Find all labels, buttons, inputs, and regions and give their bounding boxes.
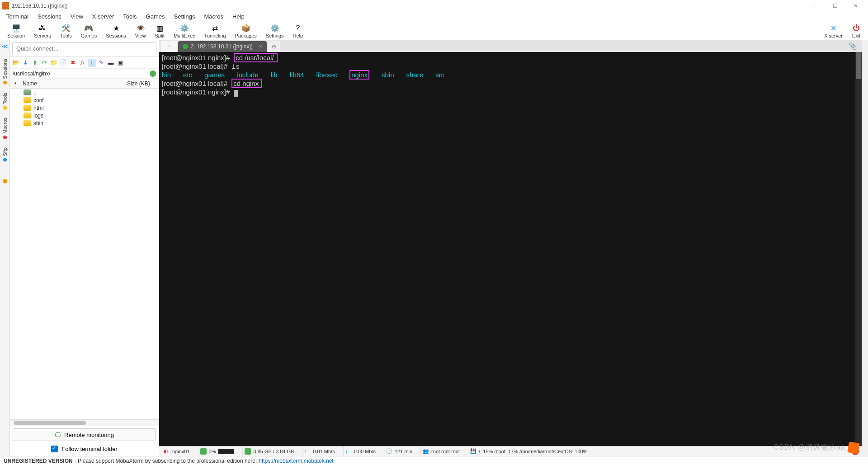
menu-terminal[interactable]: Terminal bbox=[2, 12, 33, 21]
footer-link[interactable]: https://mobaxterm.mobatek.net bbox=[259, 458, 333, 464]
newfile-icon[interactable]: 📄 bbox=[59, 59, 67, 67]
clock-icon: 🕑 bbox=[386, 448, 392, 455]
split-button[interactable]: ▥Split bbox=[151, 23, 169, 39]
home-icon: ⌂ bbox=[167, 43, 170, 50]
menu-sessions[interactable]: Sessions bbox=[33, 12, 66, 21]
new-tab-button[interactable]: ⊕ bbox=[268, 41, 280, 52]
session-tab[interactable]: 2. 192.168.10.31 ([nginx]) × bbox=[178, 41, 267, 52]
app-icon bbox=[2, 2, 9, 9]
tab-close-icon[interactable]: × bbox=[259, 43, 262, 50]
cpu-bar bbox=[218, 449, 234, 454]
remote-monitoring-button[interactable]: 🖵 Remote monitoring bbox=[13, 428, 156, 441]
menu-tools[interactable]: Tools bbox=[118, 12, 141, 21]
footer: UNREGISTERED VERSION - Please support Mo… bbox=[0, 456, 868, 465]
follow-checkbox[interactable] bbox=[51, 446, 58, 452]
newfolder-icon[interactable]: 📁 bbox=[50, 59, 58, 67]
multiexec-button[interactable]: ⚙️MultiExec bbox=[169, 23, 200, 39]
download-icon[interactable]: ⬇ bbox=[21, 59, 29, 67]
settings-icon: ⚙️ bbox=[270, 23, 279, 33]
folder-icon bbox=[24, 97, 31, 103]
name-column-header[interactable]: Name bbox=[21, 80, 127, 87]
users-icon: 👥 bbox=[423, 448, 429, 455]
settings-button[interactable]: ⚙️Settings bbox=[261, 23, 288, 39]
menu-x-server[interactable]: X server bbox=[88, 12, 118, 21]
help-button[interactable]: ?Help bbox=[288, 23, 308, 39]
quick-connect-input[interactable] bbox=[12, 42, 156, 54]
session-button-label: Session bbox=[7, 33, 25, 38]
tunneling-button[interactable]: ⇄Tunneling bbox=[200, 23, 231, 39]
size-column-header[interactable]: Size (KB) bbox=[127, 80, 159, 87]
packages-icon: 📦 bbox=[241, 23, 250, 33]
folder-icon bbox=[24, 120, 31, 126]
vtab-sftp[interactable]: Sftp bbox=[2, 147, 8, 162]
file-list-header: • Name Size (KB) bbox=[10, 79, 159, 89]
vtab-tools[interactable]: Tools bbox=[2, 93, 8, 110]
file-name: conf bbox=[33, 97, 44, 103]
home-tab[interactable]: ⌂ bbox=[161, 41, 177, 52]
path-bar: /usr/local/nginx/ bbox=[10, 69, 159, 79]
menu-macros[interactable]: Macros bbox=[199, 12, 228, 21]
sftp-panel: 📂 ⬇ ⬆ ⟳ 📁 📄 ✖ A i ✎ ▬ ▣ /usr/local/nginx… bbox=[10, 40, 159, 456]
menu-settings[interactable]: Settings bbox=[170, 12, 200, 21]
status-down: 0.00 Mb/s bbox=[354, 449, 376, 454]
rename-icon[interactable]: A bbox=[78, 59, 86, 67]
vtab-macros[interactable]: Macros bbox=[2, 117, 8, 139]
collapse-icon[interactable]: ≪ bbox=[2, 43, 8, 50]
parent-dir-row[interactable]: .. bbox=[10, 89, 159, 96]
servers-button-label: Servers bbox=[34, 33, 51, 38]
folder-row-logs[interactable]: logs bbox=[10, 112, 159, 119]
file-name: logs bbox=[33, 113, 43, 119]
terminal-small-icon[interactable]: ▬ bbox=[107, 59, 115, 67]
folder-row-sbin[interactable]: sbin bbox=[10, 119, 159, 127]
minimize-button[interactable]: — bbox=[804, 0, 825, 11]
menu-view[interactable]: View bbox=[66, 12, 88, 21]
split-button-label: Split bbox=[155, 33, 165, 38]
right-strip[interactable] bbox=[862, 40, 868, 456]
terminal[interactable]: [root@nginx01 nginx]# cd /usr/local/ [ro… bbox=[159, 52, 862, 446]
menu-games[interactable]: Games bbox=[142, 12, 170, 21]
folder-row-conf[interactable]: conf bbox=[10, 96, 159, 104]
down-icon: ↓ bbox=[345, 448, 352, 455]
info-icon[interactable]: i bbox=[88, 59, 96, 67]
file-list-hscroll[interactable] bbox=[10, 419, 159, 426]
upload-icon[interactable]: ⬆ bbox=[31, 59, 39, 67]
attach-icon[interactable]: 📎 bbox=[844, 40, 862, 52]
follow-terminal-row[interactable]: Follow terminal folder bbox=[10, 444, 159, 456]
tools-button[interactable]: 🛠️Tools bbox=[56, 23, 76, 39]
left-tab-strip: ≪ SessionsToolsMacrosSftp bbox=[0, 40, 10, 456]
games-button[interactable]: 🎮Games bbox=[76, 23, 101, 39]
maximize-button[interactable]: ☐ bbox=[825, 0, 845, 11]
status-close-button[interactable]: × bbox=[852, 448, 859, 455]
view-button[interactable]: 👁️View bbox=[131, 23, 151, 39]
servers-button[interactable]: 🖧Servers bbox=[29, 23, 56, 39]
terminal-scrollbar[interactable] bbox=[855, 52, 862, 446]
follow-terminal-label: Follow terminal folder bbox=[61, 446, 118, 452]
host-icon: ◐ bbox=[164, 448, 170, 455]
edit-icon[interactable]: ✎ bbox=[97, 59, 105, 67]
monitor-small-icon[interactable]: ▣ bbox=[116, 59, 124, 67]
up-icon: ↑ bbox=[304, 448, 311, 455]
exit-button-label: Exit bbox=[852, 33, 860, 38]
close-window-button[interactable]: ✕ bbox=[845, 0, 866, 11]
vtab-sessions[interactable]: Sessions bbox=[2, 59, 8, 85]
folder-icon bbox=[24, 105, 31, 111]
folder-row-html[interactable]: html bbox=[10, 104, 159, 112]
refresh-icon[interactable]: ⟳ bbox=[40, 59, 48, 67]
session-button[interactable]: 🖥️Session bbox=[3, 23, 29, 39]
status-up: 0.01 Mb/s bbox=[313, 449, 335, 454]
current-path[interactable]: /usr/local/nginx/ bbox=[13, 70, 150, 77]
session-dot-icon bbox=[183, 44, 188, 49]
folder-open-icon[interactable]: 📂 bbox=[12, 59, 20, 67]
disk-icon: 💾 bbox=[470, 448, 476, 455]
xserver-button[interactable]: ✕X server bbox=[820, 23, 847, 39]
delete-icon[interactable]: ✖ bbox=[69, 59, 77, 67]
tab-bar: ⌂ 2. 192.168.10.31 ([nginx]) × ⊕ 📎 bbox=[159, 40, 862, 52]
menu-help[interactable]: Help bbox=[228, 12, 249, 21]
exit-button[interactable]: ⏻Exit bbox=[847, 23, 865, 39]
packages-button[interactable]: 📦Packages bbox=[231, 23, 261, 39]
status-users: root root root bbox=[431, 449, 460, 454]
file-name: .. bbox=[33, 89, 37, 96]
sessions-button[interactable]: ★Sessions bbox=[101, 23, 131, 39]
status-disks: /: 15% /boot: 17% /run/media/root/CentOS… bbox=[479, 449, 587, 454]
titlebar: 192.168.10.31 ([nginx]) — ☐ ✕ bbox=[0, 0, 868, 11]
